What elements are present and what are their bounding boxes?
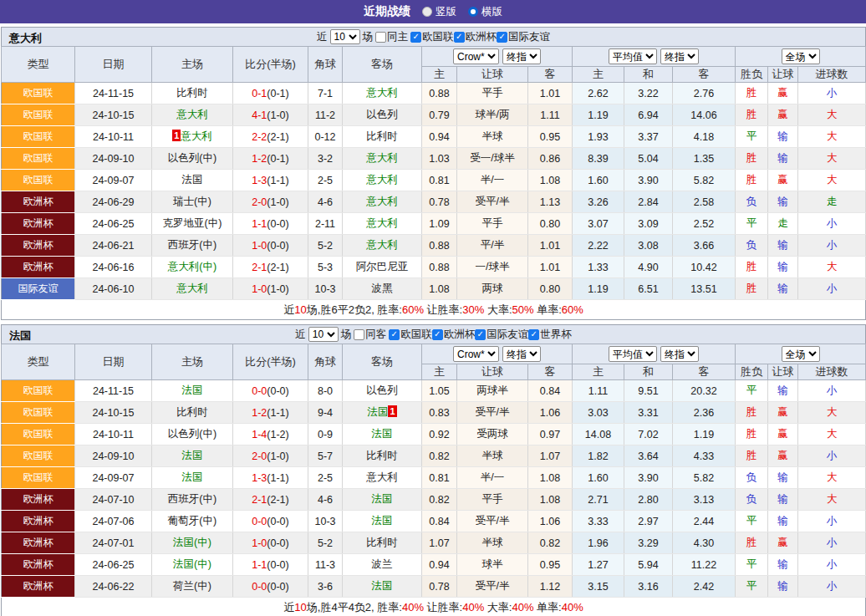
- header-select[interactable]: 全场: [782, 48, 820, 64]
- odds-away-cell: 1.08: [528, 170, 573, 191]
- avg-away-cell: 1.19: [673, 424, 736, 445]
- result-cell: 胜: [736, 83, 768, 104]
- competition-type-cell: 欧洲杯: [2, 576, 75, 598]
- checkbox-icon[interactable]: ✓: [454, 32, 465, 43]
- competition-filter[interactable]: ✓欧洲杯: [432, 328, 476, 342]
- sub-header: 胜负: [736, 67, 768, 83]
- summary-segment: 近: [283, 303, 294, 316]
- radio-icon[interactable]: [468, 7, 478, 17]
- checkbox-icon[interactable]: ✓: [389, 329, 400, 340]
- handicap-result-cell: 赢: [768, 170, 798, 191]
- match-row: 欧国联24-09-10以色列(中)1-2(0-1)3-2意大利1.03受一/球半…: [2, 148, 866, 170]
- same-venue-filter[interactable]: 同客: [354, 328, 386, 342]
- col-header-score: 比分(半场): [233, 344, 308, 380]
- team-label: 法国: [367, 406, 388, 418]
- avg-home-cell: 1.19: [573, 104, 624, 126]
- odds-away-cell: 1.01: [528, 257, 573, 278]
- handicap-result-cell: 输: [768, 148, 798, 170]
- checkbox-icon[interactable]: ✓: [410, 32, 421, 43]
- header-select[interactable]: 终指: [660, 48, 699, 64]
- col-header-type: 类型: [2, 47, 75, 83]
- avg-home-cell: 3.33: [573, 511, 624, 532]
- halftime-score: (1-1): [267, 407, 288, 419]
- home-team-cell: 比利时: [152, 83, 233, 104]
- header-select[interactable]: 平均值: [609, 346, 657, 362]
- competition-type-cell: 国际友谊: [2, 278, 75, 300]
- fulltime-score: 0-1: [252, 88, 267, 99]
- header-select[interactable]: 全场: [782, 346, 820, 362]
- result-label: 负: [746, 471, 757, 483]
- goals-result-cell: 小: [798, 213, 866, 235]
- goals-result-cell: 大: [798, 489, 866, 511]
- halftime-score: (1-2): [267, 429, 288, 440]
- checkbox-icon[interactable]: ✓: [497, 32, 507, 43]
- home-team-cell: 荷兰(中): [152, 576, 233, 598]
- result-label: 小: [827, 515, 838, 527]
- competition-filter[interactable]: ✓国际友谊: [497, 30, 550, 44]
- avg-home-cell: 1.60: [573, 467, 624, 489]
- fulltime-score: 1-0: [252, 283, 267, 295]
- handicap-result-cell: 输: [768, 191, 798, 213]
- result-cell: 负: [736, 191, 768, 213]
- result-label: 胜: [746, 537, 757, 548]
- competition-filter[interactable]: ✓欧国联: [410, 30, 454, 44]
- radio-icon[interactable]: [422, 7, 432, 17]
- same-venue-filter[interactable]: 同主: [375, 30, 408, 44]
- column-header-row: 类型 日期 主场 比分(半场) 角球 客场 Crow*终指 平均值终指 全场: [2, 344, 866, 364]
- layout-radio-vertical[interactable]: 竖版: [422, 5, 456, 19]
- checkbox-icon[interactable]: ✓: [475, 329, 486, 340]
- competition-type-cell: 欧国联: [2, 83, 75, 104]
- competition-filter[interactable]: ✓世界杯: [528, 328, 572, 342]
- handicap-result-cell: 输: [768, 511, 798, 532]
- competition-filters: ✓欧国联✓欧洲杯✓国际友谊✓世界杯: [389, 328, 572, 342]
- match-row: 欧国联24-10-11以色列(中)1-4(1-2)0-9法国0.92受两球0.9…: [2, 424, 866, 445]
- header-select[interactable]: 平均值: [609, 48, 657, 64]
- match-row: 欧国联24-11-15比利时0-1(0-1)7-1意大利0.88平手1.012.…: [2, 83, 866, 104]
- same-venue-label: 同客: [365, 328, 386, 342]
- result-cell: 胜: [736, 170, 768, 191]
- score-cell: 2-0(1-0): [233, 191, 308, 213]
- fulltime-score: 1-4: [252, 429, 267, 440]
- avg-away-cell: 14.06: [673, 104, 736, 126]
- away-team-cell: 法国: [343, 576, 422, 598]
- checkbox-icon[interactable]: [375, 32, 386, 43]
- near-count-select[interactable]: 10: [308, 327, 339, 342]
- team-label: 西班牙(中): [168, 493, 216, 505]
- result-label: 赢: [777, 174, 788, 186]
- team-name: 法国: [9, 328, 31, 344]
- competition-label: 欧洲杯: [444, 328, 476, 342]
- checkbox-icon[interactable]: ✓: [528, 329, 539, 340]
- odds-home-cell: 1.03: [422, 148, 457, 170]
- competition-filter[interactable]: ✓欧洲杯: [454, 30, 497, 44]
- handicap-cell: 受平/半: [457, 576, 528, 598]
- header-select[interactable]: 终指: [660, 346, 699, 362]
- team-label: 法国(中): [173, 558, 211, 570]
- header-select[interactable]: 终指: [502, 346, 541, 362]
- near-label: 近: [317, 30, 328, 44]
- competition-filter[interactable]: ✓国际友谊: [475, 328, 528, 342]
- checkbox-icon[interactable]: ✓: [432, 329, 443, 340]
- near-count-select[interactable]: 10: [330, 29, 360, 44]
- header-select[interactable]: Crow*: [453, 48, 499, 64]
- col-header-corner: 角球: [308, 344, 343, 380]
- col-header-home: 主场: [152, 344, 233, 380]
- home-team-cell: 克罗地亚(中): [152, 213, 233, 235]
- goals-result-cell: 小: [798, 83, 866, 104]
- odds-home-cell: 0.88: [422, 257, 457, 278]
- team-label: 法国: [372, 428, 393, 440]
- radio-label: 横版: [481, 5, 502, 19]
- avg-away-cell: 2.36: [673, 402, 736, 424]
- layout-radio-horizontal[interactable]: 横版: [468, 5, 502, 19]
- page-title: 近期战绩: [364, 4, 410, 19]
- team-label: 意大利: [366, 239, 398, 251]
- result-cell: 平: [736, 511, 768, 532]
- competition-filter[interactable]: ✓欧国联: [389, 328, 432, 342]
- checkbox-icon[interactable]: [354, 329, 364, 340]
- avg-draw-cell: 3.31: [624, 402, 673, 424]
- header-select[interactable]: Crow*: [453, 346, 499, 362]
- avg-home-cell: 1.19: [573, 278, 624, 300]
- avg-draw-cell: 4.90: [624, 257, 673, 278]
- home-team-cell: 西班牙(中): [152, 235, 233, 257]
- header-select[interactable]: 终指: [502, 48, 541, 64]
- odds-away-cell: 0.95: [528, 126, 573, 148]
